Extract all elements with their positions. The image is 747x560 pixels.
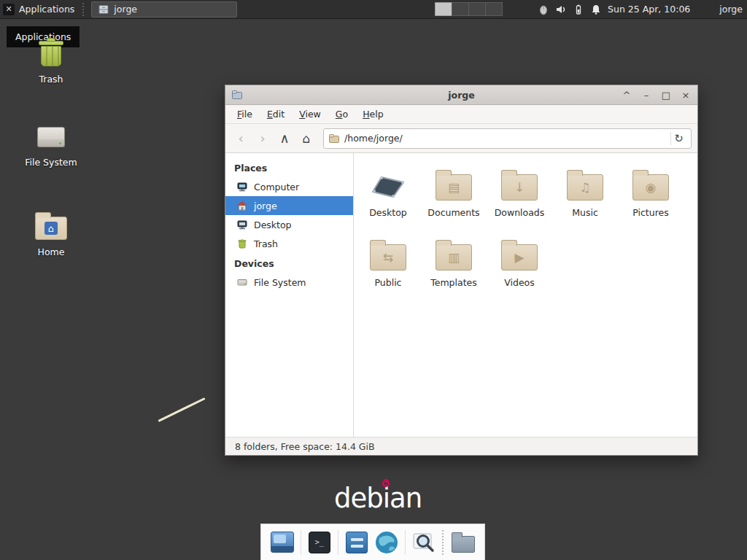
downloads-emblem-icon: ↓ bbox=[502, 175, 537, 200]
desktop-icon-label: Trash bbox=[39, 74, 63, 85]
web-browser-launcher[interactable] bbox=[374, 530, 399, 555]
file-item-downloads[interactable]: ↓ Downloads bbox=[487, 167, 552, 237]
debian-swirl-icon bbox=[378, 478, 391, 491]
panel-clock[interactable]: Sun 25 Apr, 10:06 bbox=[608, 4, 690, 15]
pictures-emblem-icon: ◉ bbox=[633, 175, 668, 200]
sidebar-item-trash[interactable]: Trash bbox=[225, 234, 353, 253]
taskbar-window-button[interactable]: jorge bbox=[91, 1, 237, 18]
toolbar: ‹ › ∧ ⌂ /home/jorge/ ↻ bbox=[225, 124, 697, 153]
file-item-documents[interactable]: ▤ Documents bbox=[421, 167, 487, 237]
file-item-public[interactable]: ⇆ Public bbox=[355, 237, 421, 307]
desktop-icon-label: File System bbox=[25, 157, 77, 168]
file-item-templates[interactable]: ▥ Templates bbox=[421, 237, 487, 307]
templates-emblem-icon: ▥ bbox=[436, 245, 471, 270]
file-label: Pictures bbox=[632, 207, 669, 218]
file-manager-launcher[interactable] bbox=[344, 530, 369, 555]
folder-icon bbox=[452, 536, 475, 553]
workspace-4[interactable] bbox=[485, 2, 503, 16]
folder-icon: ▶ bbox=[501, 244, 538, 271]
show-desktop-icon bbox=[271, 532, 294, 553]
file-label: Videos bbox=[504, 277, 535, 288]
sidebar-item-label: Trash bbox=[254, 238, 278, 249]
home-button[interactable]: ⌂ bbox=[297, 129, 316, 148]
window-controls: ^ – □ × bbox=[621, 90, 692, 101]
desktop-icon-filesystem[interactable]: File System bbox=[13, 124, 89, 168]
workspace-2[interactable] bbox=[452, 2, 469, 16]
home-icon bbox=[236, 200, 248, 211]
path-text[interactable]: /home/jorge/ bbox=[344, 133, 666, 144]
workspace-1[interactable] bbox=[435, 2, 452, 16]
menu-go[interactable]: Go bbox=[328, 106, 355, 122]
mouse-icon[interactable] bbox=[538, 4, 549, 15]
computer-icon bbox=[236, 181, 248, 192]
menu-help[interactable]: Help bbox=[355, 106, 391, 122]
panel-handle bbox=[82, 3, 88, 16]
file-item-videos[interactable]: ▶ Videos bbox=[487, 237, 552, 307]
show-desktop-button[interactable] bbox=[270, 530, 295, 555]
terminal-icon bbox=[309, 532, 330, 553]
titlebar[interactable]: jorge ^ – □ × bbox=[225, 85, 697, 105]
applications-menu-button[interactable]: Applications bbox=[0, 0, 80, 19]
up-button[interactable]: ∧ bbox=[275, 129, 294, 148]
file-manager-icon bbox=[346, 532, 368, 553]
reload-icon[interactable]: ↻ bbox=[670, 132, 686, 145]
file-label: Downloads bbox=[495, 207, 545, 218]
menu-edit[interactable]: Edit bbox=[260, 106, 292, 122]
folder-icon: ↓ bbox=[501, 174, 538, 201]
file-item-desktop[interactable]: Desktop bbox=[355, 167, 421, 237]
status-text: 8 folders, Free space: 14.4 GiB bbox=[235, 441, 375, 452]
notifications-bell-icon[interactable] bbox=[590, 4, 602, 15]
forward-button[interactable]: › bbox=[253, 129, 272, 148]
menu-file[interactable]: File bbox=[230, 106, 260, 122]
panel-username[interactable]: jorge bbox=[719, 4, 743, 15]
wallpaper-line-artifact bbox=[158, 397, 205, 421]
path-folder-icon bbox=[328, 133, 340, 144]
maximize-button[interactable]: □ bbox=[660, 90, 672, 101]
menu-view[interactable]: View bbox=[292, 106, 328, 122]
file-label: Templates bbox=[430, 277, 477, 288]
sidebar-item-computer[interactable]: Computer bbox=[225, 177, 353, 196]
location-bar[interactable]: /home/jorge/ ↻ bbox=[323, 128, 692, 149]
desk-icon bbox=[369, 170, 407, 201]
sidebar-item-jorge[interactable]: jorge bbox=[225, 196, 353, 215]
sidebar: Places Computer jorge Desktop Trash Devi… bbox=[225, 153, 354, 437]
sidebar-item-filesystem[interactable]: File System bbox=[225, 273, 353, 292]
house-icon: ⌂ bbox=[44, 222, 58, 235]
file-label: Desktop bbox=[369, 207, 407, 218]
terminal-launcher[interactable] bbox=[307, 530, 332, 555]
desktop-icon-home[interactable]: ⌂ Home bbox=[13, 211, 89, 257]
close-button[interactable]: × bbox=[680, 90, 692, 101]
dock-separator bbox=[338, 530, 338, 555]
dock-handle bbox=[442, 530, 445, 555]
workspace-3[interactable] bbox=[468, 2, 486, 16]
desktop-icon-trash[interactable]: Trash bbox=[13, 38, 89, 85]
bottom-dock bbox=[260, 524, 485, 560]
file-item-pictures[interactable]: ◉ Pictures bbox=[618, 167, 684, 237]
trash-icon bbox=[236, 238, 248, 249]
trash-icon bbox=[38, 38, 64, 67]
drive-icon bbox=[36, 124, 66, 150]
folder-icon: ▥ bbox=[436, 244, 472, 271]
folder-icon: ♫ bbox=[567, 174, 603, 201]
battery-icon[interactable] bbox=[573, 4, 584, 15]
window-body: Places Computer jorge Desktop Trash Devi… bbox=[225, 153, 697, 437]
sidebar-item-label: jorge bbox=[254, 201, 277, 211]
folder-launcher[interactable] bbox=[451, 530, 476, 555]
minimize-button[interactable]: – bbox=[640, 90, 652, 101]
file-manager-window: jorge ^ – □ × File Edit View Go Help ‹ ›… bbox=[225, 85, 698, 456]
volume-icon[interactable] bbox=[555, 4, 567, 15]
folder-icon: ⇆ bbox=[370, 244, 406, 271]
sidebar-item-desktop[interactable]: Desktop bbox=[225, 215, 353, 234]
sidebar-item-label: Computer bbox=[254, 182, 299, 192]
file-item-music[interactable]: ♫ Music bbox=[552, 167, 618, 237]
back-button[interactable]: ‹ bbox=[231, 129, 250, 148]
taskbar-window-icon bbox=[98, 4, 109, 15]
app-finder-launcher[interactable] bbox=[411, 530, 436, 555]
desktop-icon bbox=[236, 219, 248, 230]
file-label: Documents bbox=[427, 207, 479, 218]
drive-icon bbox=[236, 276, 248, 288]
dock-separator bbox=[301, 530, 301, 555]
shade-button[interactable]: ^ bbox=[621, 90, 632, 101]
statusbar: 8 folders, Free space: 14.4 GiB bbox=[225, 437, 697, 455]
workspace-switcher bbox=[436, 2, 503, 16]
